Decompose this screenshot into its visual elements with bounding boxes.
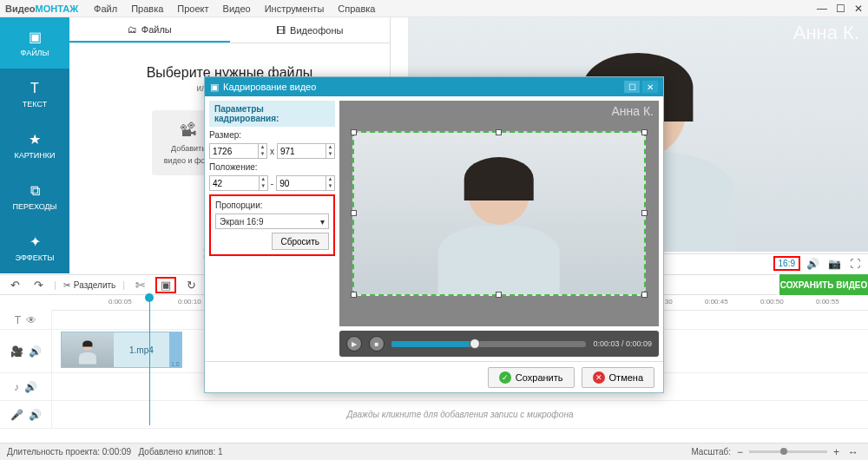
mute-icon[interactable]: 🔊 [29, 409, 42, 421]
snapshot-icon[interactable]: 📷 [825, 258, 844, 270]
duration-value: 0:00:09 [102, 447, 131, 457]
dialog-cancel-button[interactable]: ✕Отмена [582, 367, 654, 388]
dialog-title: Кадрирование видео [223, 82, 316, 92]
menu-help[interactable]: Справка [338, 3, 375, 14]
rotate-icon[interactable]: ↻ [183, 279, 200, 292]
effects-icon: ✦ [30, 233, 41, 250]
menu-video[interactable]: Видео [223, 3, 251, 14]
text-track-icon: T [15, 314, 21, 326]
size-label: Размер: [209, 130, 335, 140]
minimize-icon[interactable]: — [817, 3, 827, 15]
camera-icon: 📽 [180, 121, 197, 141]
menu-tools[interactable]: Инструменты [265, 3, 325, 14]
folder-icon: 🗂 [128, 24, 137, 35]
fullscreen-icon[interactable]: ⛶ [847, 258, 863, 270]
crop-player: ▶ ■ 0:00:03 / 0:00:09 [339, 331, 659, 357]
cut-icon[interactable]: ✄ [132, 279, 148, 292]
proportions-combo[interactable]: Экран 16:9▾ [215, 214, 329, 229]
mic-track-icon: 🎤 [10, 409, 23, 421]
zoom-out-icon[interactable]: − [734, 446, 746, 458]
redo-icon[interactable]: ↷ [30, 279, 47, 292]
tab-videobg[interactable]: 🎞Видеофоны [230, 17, 391, 43]
chevron-down-icon: ▾ [320, 217, 325, 227]
stop-icon[interactable]: ■ [369, 336, 385, 352]
y-input[interactable]: ▲▼ [276, 175, 335, 191]
handle-bm[interactable] [496, 292, 502, 298]
mute-icon[interactable]: 🔊 [24, 381, 37, 393]
star-icon: ★ [29, 131, 41, 148]
crop-params: Параметры кадрирования: Размер: ▲▼ x ▲▼ … [209, 101, 335, 326]
crop-preview[interactable]: Анна К. [339, 101, 659, 326]
play-icon[interactable]: ▶ [346, 336, 362, 352]
duration-label: Длительность проекта: [7, 447, 100, 457]
sidebar-images[interactable]: ★КАРТИНКИ [0, 120, 69, 171]
mic-placeholder[interactable]: Дважды кликните для добавления записи с … [52, 401, 868, 428]
undo-icon[interactable]: ↶ [7, 279, 23, 292]
crop-rectangle[interactable] [352, 131, 646, 296]
dialog-close-icon[interactable]: ✕ [642, 81, 658, 93]
handle-br[interactable] [641, 292, 648, 298]
crop-icon[interactable]: ▣ [155, 277, 176, 293]
split-button[interactable]: ✂Разделить [63, 280, 115, 290]
video-track-icon: 🎥 [10, 345, 23, 358]
visibility-icon[interactable]: 👁 [26, 314, 36, 326]
audio-track-icon: ♪ [14, 381, 19, 393]
playhead[interactable] [149, 295, 150, 425]
video-clip[interactable]: 1.mp4 1.0 [61, 332, 182, 368]
status-bar: Длительность проекта: 0:00:09 Добавлено … [0, 443, 868, 460]
player-progress[interactable] [391, 341, 586, 347]
film-icon: 🎞 [276, 25, 286, 36]
x-input[interactable]: ▲▼ [209, 175, 268, 191]
width-input[interactable]: ▲▼ [209, 143, 267, 159]
mute-icon[interactable]: 🔊 [29, 345, 42, 358]
sidebar-text[interactable]: TТЕКСТ [0, 69, 69, 120]
menu-file[interactable]: Файл [94, 3, 117, 14]
handle-ml[interactable] [351, 210, 357, 216]
sidebar-effects[interactable]: ✦ЭФФЕКТЫ [0, 222, 69, 273]
position-label: Положение: [209, 162, 335, 172]
split-icon: ✂ [63, 280, 70, 290]
crop-watermark: Анна К. [611, 104, 654, 118]
zoom-fit-icon[interactable]: ↔ [845, 446, 861, 458]
dialog-titlebar[interactable]: ▣ Кадрирование видео ☐ ✕ [205, 77, 663, 96]
dialog-maximize-icon[interactable]: ☐ [624, 81, 640, 93]
image-icon: ▣ [29, 29, 42, 45]
height-input[interactable]: ▲▼ [277, 143, 335, 159]
text-icon: T [30, 81, 39, 96]
app-logo: ВидеоМОНТАЖ [5, 3, 78, 14]
params-header: Параметры кадрирования: [209, 101, 335, 127]
handle-tr[interactable] [641, 129, 648, 135]
maximize-icon[interactable]: ☐ [836, 3, 845, 15]
volume-icon[interactable]: 🔊 [804, 258, 822, 270]
handle-bl[interactable] [351, 292, 357, 298]
dialog-save-button[interactable]: ✓Сохранить [488, 367, 575, 388]
clip-label: 1.mp4 [114, 332, 169, 367]
proportions-label: Пропорции: [215, 200, 329, 210]
tab-files[interactable]: 🗂Файлы [69, 17, 230, 43]
menu-edit[interactable]: Правка [131, 3, 163, 14]
zoom-slider[interactable] [749, 450, 827, 453]
close-icon[interactable]: ✕ [854, 3, 863, 15]
handle-tm[interactable] [496, 129, 502, 135]
crop-dialog: ▣ Кадрирование видео ☐ ✕ Параметры кадри… [204, 76, 664, 393]
sidebar-files[interactable]: ▣ФАЙЛЫ [0, 17, 69, 69]
zoom-in-icon[interactable]: + [831, 446, 842, 458]
reset-button[interactable]: Сбросить [272, 233, 329, 250]
aspect-ratio-badge[interactable]: 16:9 [773, 256, 800, 271]
handle-tl[interactable] [351, 129, 357, 135]
menubar: ВидеоМОНТАЖ Файл Правка Проект Видео Инс… [0, 0, 868, 17]
sidebar: ▣ФАЙЛЫ TТЕКСТ ★КАРТИНКИ ⧉ПЕРЕХОДЫ ✦ЭФФЕК… [0, 17, 69, 273]
menu-project[interactable]: Проект [177, 3, 208, 14]
cancel-icon: ✕ [593, 371, 605, 384]
sidebar-transitions[interactable]: ⧉ПЕРЕХОДЫ [0, 171, 69, 222]
preview-watermark: Анна К. [793, 22, 859, 44]
save-video-button[interactable]: СОХРАНИТЬ ВИДЕО [779, 274, 868, 295]
transition-icon: ⧉ [30, 183, 40, 199]
clips-value: 1 [218, 447, 223, 457]
scale-label: Масштаб: [691, 447, 731, 457]
crop-icon: ▣ [210, 82, 219, 93]
check-icon: ✓ [499, 371, 511, 384]
handle-mr[interactable] [641, 210, 648, 216]
clips-label: Добавлено клипов: [138, 447, 215, 457]
